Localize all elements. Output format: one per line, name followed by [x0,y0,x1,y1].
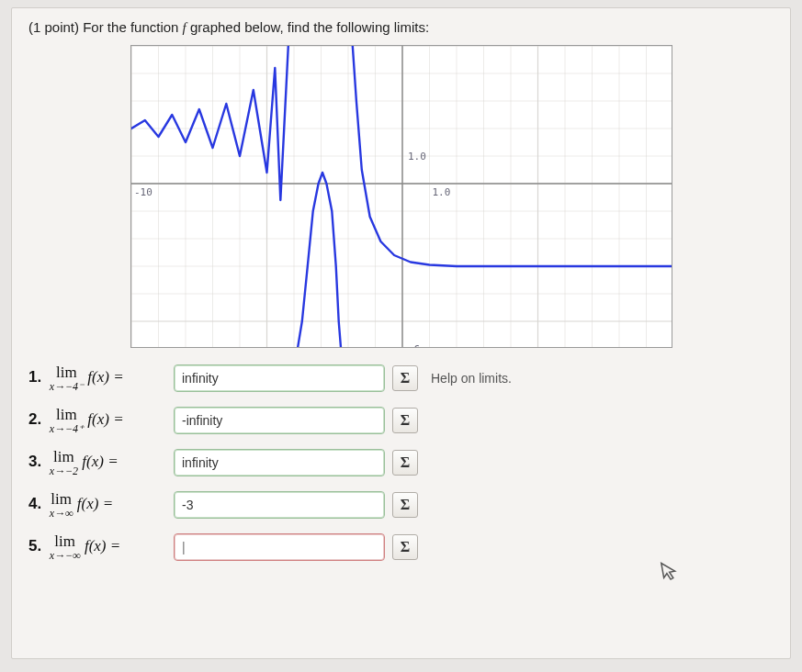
svg-text:-10: -10 [134,186,152,198]
function-graph: -101.0101.0-6 [130,45,672,348]
limit-expression: 1. limx→−4⁻ f(x) = [28,364,166,392]
sigma-button[interactable]: Σ [392,450,418,476]
answer-input[interactable] [174,407,385,434]
question-row: 3. limx→−2 f(x) =Σ [28,449,774,476]
points-label: (1 point) [28,19,79,35]
sigma-button[interactable]: Σ [392,534,418,560]
sigma-button[interactable]: Σ [392,365,418,391]
help-link[interactable]: Help on limits. [431,371,512,386]
prompt-text: (1 point) For the function f graphed bel… [28,19,774,36]
sigma-button[interactable]: Σ [392,492,418,518]
question-row: 2. limx→−4⁺ f(x) =Σ [28,407,774,434]
limit-expression: 3. limx→−2 f(x) = [28,449,166,476]
prompt-after: graphed below, find the following limits… [186,19,429,35]
limit-expression: 2. limx→−4⁺ f(x) = [28,407,166,434]
svg-text:-6: -6 [408,343,420,348]
svg-text:1.0: 1.0 [432,186,450,198]
question-row: 4. limx→∞ f(x) =Σ [28,491,774,519]
question-row: 5. limx→−∞ f(x) =Σ [28,533,774,561]
chart-container: -101.0101.0-6 [28,45,774,348]
limit-expression: 4. limx→∞ f(x) = [28,491,166,519]
answer-input[interactable] [174,449,385,476]
svg-text:1.0: 1.0 [408,151,426,162]
answer-input[interactable] [174,491,385,519]
questions-list: 1. limx→−4⁻ f(x) =ΣHelp on limits.2. lim… [28,364,774,561]
answer-input[interactable] [174,364,385,392]
sigma-button[interactable]: Σ [392,408,418,433]
answer-input[interactable] [174,533,385,561]
prompt-before: For the function [83,19,182,35]
limit-expression: 5. limx→−∞ f(x) = [28,533,166,561]
question-row: 1. limx→−4⁻ f(x) =ΣHelp on limits. [28,364,774,392]
